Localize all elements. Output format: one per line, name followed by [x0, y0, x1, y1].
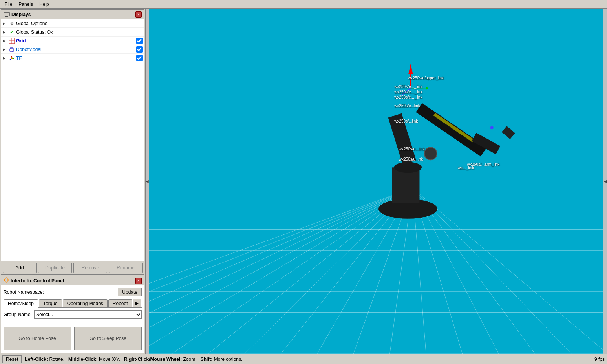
displays-list: ▶ ⚙ Global Options ▶ ✓ Global Status: Ok… — [1, 19, 144, 261]
group-name-row: Group Name: Select... — [4, 310, 142, 319]
middle-click-value: Move X/Y. — [99, 357, 122, 362]
expand-arrow-global-status[interactable]: ▶ — [3, 30, 7, 34]
robot-render-canvas — [149, 9, 603, 354]
tab-reboot[interactable]: Reboot — [108, 299, 132, 307]
display-item-global-status: ▶ ✓ Global Status: Ok — [1, 28, 144, 37]
main-layout: Displays × ▶ ⚙ Global Options ▶ ✓ Global… — [0, 9, 607, 354]
menu-help[interactable]: Help — [36, 1, 52, 8]
control-panel-body: Robot Namespace: Update Home/Sleep Torqu… — [1, 285, 144, 353]
rename-button[interactable]: Rename — [109, 263, 143, 273]
duplicate-button[interactable]: Duplicate — [38, 263, 72, 273]
home-pose-button[interactable]: Go to Home Pose — [4, 327, 71, 350]
robot-label-2: wx250s/e..._link — [394, 90, 422, 94]
left-panel-collapse-handle[interactable]: ◀ — [145, 9, 149, 354]
robot-model-checkbox[interactable] — [136, 46, 143, 53]
control-panel-header: Interbotix Control Panel × — [1, 276, 144, 285]
right-panel-collapse-handle[interactable]: ◀ — [603, 9, 607, 354]
tab-home-sleep[interactable]: Home/Sleep — [4, 299, 38, 308]
display-item-grid: ▶ Grid — [1, 37, 144, 45]
expand-arrow-global-options[interactable]: ▶ — [3, 22, 7, 26]
expand-arrow-tf[interactable]: ▶ — [3, 56, 7, 60]
robot-model-icon — [9, 46, 15, 53]
menu-file[interactable]: File — [2, 1, 15, 8]
svg-marker-16 — [4, 278, 9, 282]
robot-label-7: wx250s/u...nk — [399, 157, 423, 161]
robot-label-upper: wx250s/e/upper_link — [408, 76, 444, 80]
tabs-row: Home/Sleep Torque Operating Modes Reboot… — [4, 299, 142, 308]
middle-click-label: Middle-Click: — [68, 357, 98, 362]
grid-checkbox[interactable] — [136, 38, 143, 44]
global-status-label: Global Status: Ok — [16, 29, 143, 35]
reset-button[interactable]: Reset — [2, 355, 22, 363]
menubar: File Panels Help — [0, 0, 607, 9]
menu-panels[interactable]: Panels — [15, 1, 36, 8]
grid-label: Grid — [16, 38, 136, 44]
robot-label-arm: wx250s/...arm_link — [467, 162, 499, 166]
statusbar: Reset Left-Click: Rotate. Middle-Click: … — [0, 354, 607, 364]
3d-viewport[interactable]: wx250s/e/upper_link wx250s/e..._link wx2… — [149, 9, 603, 354]
tf-icon — [9, 55, 15, 61]
displays-panel-header: Displays × — [1, 10, 144, 19]
left-click-label: Left-Click: — [25, 357, 48, 362]
svg-point-8 — [11, 48, 11, 48]
displays-panel: Displays × ▶ ⚙ Global Options ▶ ✓ Global… — [1, 9, 144, 275]
tab-torque[interactable]: Torque — [39, 299, 62, 307]
grid-icon — [9, 38, 15, 44]
expand-arrow-robot-model[interactable]: ▶ — [3, 48, 7, 51]
right-click-value: Zoom. — [183, 357, 199, 362]
tab-operating-modes[interactable]: Operating Modes — [63, 299, 108, 307]
namespace-input[interactable] — [46, 288, 117, 296]
namespace-row: Robot Namespace: Update — [4, 288, 142, 296]
right-click-label: Right-Click/Mouse Wheel: — [124, 357, 182, 362]
display-item-tf: ▶ TF — [1, 54, 144, 62]
svg-rect-1 — [5, 16, 8, 17]
pose-buttons: Go to Home Pose Go to Sleep Pose — [4, 327, 142, 350]
robot-label-6: wx250s/e...link — [399, 147, 425, 151]
shift-label: Shift: — [201, 357, 213, 362]
svg-rect-0 — [4, 12, 9, 16]
control-panel: Interbotix Control Panel × Robot Namespa… — [1, 276, 144, 353]
svg-point-15 — [11, 57, 13, 59]
displays-icon — [4, 11, 10, 18]
viewport-area: wx250s/e/upper_link wx250s/e..._link wx2… — [149, 9, 603, 354]
display-item-robot-model: ▶ RobotModel — [1, 45, 144, 54]
checkmark-icon: ✓ — [9, 29, 15, 35]
robot-label-5: wx250s/...link — [394, 119, 418, 123]
expand-arrow-grid[interactable]: ▶ — [3, 39, 7, 43]
robot-label-4: wx250s/e...link — [394, 104, 420, 108]
robot-model-label: RobotModel — [16, 47, 136, 52]
tab-more-button[interactable]: ▶ — [133, 299, 141, 307]
fps-display: 9 fps — [594, 357, 605, 362]
status-text: Left-Click: Rotate. Middle-Click: Move X… — [25, 357, 594, 362]
left-panel: Displays × ▶ ⚙ Global Options ▶ ✓ Global… — [0, 9, 145, 354]
displays-buttons-bar: Add Duplicate Remove Rename — [1, 261, 144, 274]
control-panel-icon — [4, 277, 9, 283]
robot-label-3: wx250s/e..._link — [394, 95, 422, 99]
remove-button[interactable]: Remove — [73, 263, 107, 273]
svg-rect-2 — [5, 17, 9, 17]
global-options-label: Global Options — [16, 21, 143, 26]
robot-label-1: wx250s/e..._link — [394, 84, 422, 89]
add-button[interactable]: Add — [3, 263, 37, 273]
group-name-label: Group Name: — [4, 312, 32, 317]
displays-panel-title: Displays — [11, 12, 135, 17]
shift-value: More options. — [214, 357, 243, 362]
left-click-value: Rotate. — [49, 357, 67, 362]
svg-rect-10 — [11, 51, 11, 52]
group-name-select[interactable]: Select... — [34, 310, 142, 319]
svg-point-9 — [12, 48, 13, 48]
update-button[interactable]: Update — [118, 288, 142, 296]
tf-label: TF — [16, 55, 136, 61]
gear-icon: ⚙ — [9, 20, 15, 27]
display-item-global-options: ▶ ⚙ Global Options — [1, 19, 144, 28]
control-panel-close-button[interactable]: × — [135, 278, 142, 284]
svg-rect-11 — [12, 51, 13, 52]
displays-close-button[interactable]: × — [135, 11, 142, 18]
namespace-label: Robot Namespace: — [4, 289, 44, 295]
sleep-pose-button[interactable]: Go to Sleep Pose — [74, 327, 142, 350]
control-panel-title: Interbotix Control Panel — [11, 278, 135, 284]
tf-checkbox[interactable] — [136, 55, 143, 61]
